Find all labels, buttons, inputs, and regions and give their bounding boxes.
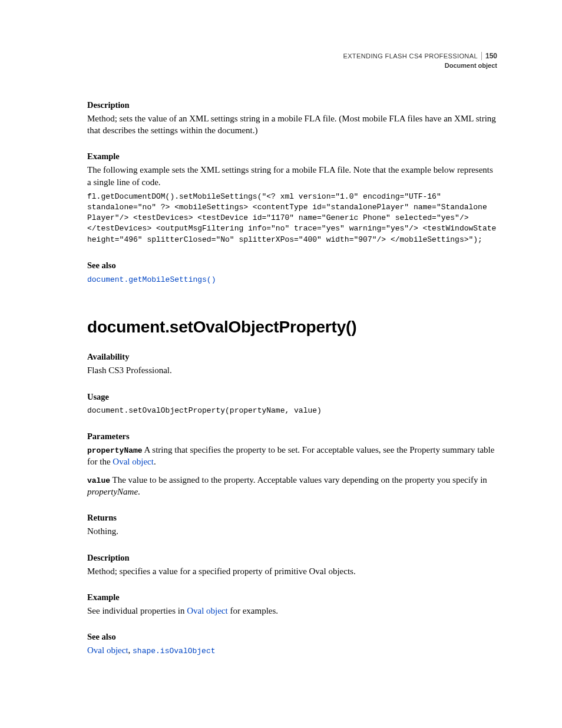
header-doc-title: EXTENDING FLASH CS4 PROFESSIONAL (343, 52, 478, 60)
param1-desc-b: . (154, 457, 156, 466)
param-name-value: value (87, 476, 110, 485)
seealso-block-1: document.getMobileSettings() (87, 273, 497, 285)
param-name-propertyname: propertyName (87, 446, 143, 455)
param2-desc-b: . (138, 487, 140, 496)
param2-desc-a: The value to be assigned to the property… (110, 475, 487, 485)
example-post: for examples. (228, 606, 278, 615)
param-value: value The value to be assigned to the pr… (87, 474, 497, 498)
param2-italic: propertyName (87, 487, 138, 496)
heading-seealso-1: See also (87, 261, 497, 271)
heading-example-2: Example (87, 592, 497, 602)
example-intro-1: The following example sets the XML setti… (87, 164, 497, 188)
returns-text: Nothing. (87, 525, 497, 537)
param-propertyname: propertyName A string that specifies the… (87, 444, 497, 468)
heading-example-1: Example (87, 151, 497, 162)
link-oval-object-1[interactable]: Oval object (113, 457, 154, 466)
heading-usage: Usage (87, 392, 497, 402)
link-getmobilesettings[interactable]: document.getMobileSettings() (87, 275, 216, 284)
api-title: document.setOvalObjectProperty() (87, 318, 497, 337)
example-text-2: See individual properties in Oval object… (87, 605, 497, 617)
document-page: EXTENDING FLASH CS4 PROFESSIONAL150 Docu… (0, 0, 562, 694)
link-shape-isovalobject[interactable]: shape.isOvalObject (133, 647, 215, 655)
heading-seealso-2: See also (87, 632, 497, 642)
description-text-1: Method; sets the value of an XML setting… (87, 113, 497, 137)
example-pre: See individual properties in (87, 606, 187, 615)
link-oval-object-3[interactable]: Oval object (87, 645, 128, 655)
heading-description-1: Description (87, 100, 497, 110)
heading-description-2: Description (87, 553, 497, 563)
seealso-block-2: Oval object, shape.isOvalObject (87, 644, 497, 657)
seealso-sep: , (128, 645, 133, 655)
description-text-2: Method; specifies a value for a specifie… (87, 565, 497, 577)
heading-parameters: Parameters (87, 431, 497, 442)
header-section: Document object (445, 62, 497, 69)
heading-availability: Availability (87, 352, 497, 362)
availability-text: Flash CS3 Professional. (87, 364, 497, 376)
link-oval-object-2[interactable]: Oval object (187, 606, 228, 615)
header-page-number: 150 (481, 52, 497, 60)
page-header: EXTENDING FLASH CS4 PROFESSIONAL150 Docu… (87, 52, 497, 70)
heading-returns: Returns (87, 513, 497, 523)
usage-code: document.setOvalObjectProperty(propertyN… (87, 406, 497, 416)
example-code-1: fl.getDocumentDOM().setMobileSettings("<… (87, 192, 497, 245)
